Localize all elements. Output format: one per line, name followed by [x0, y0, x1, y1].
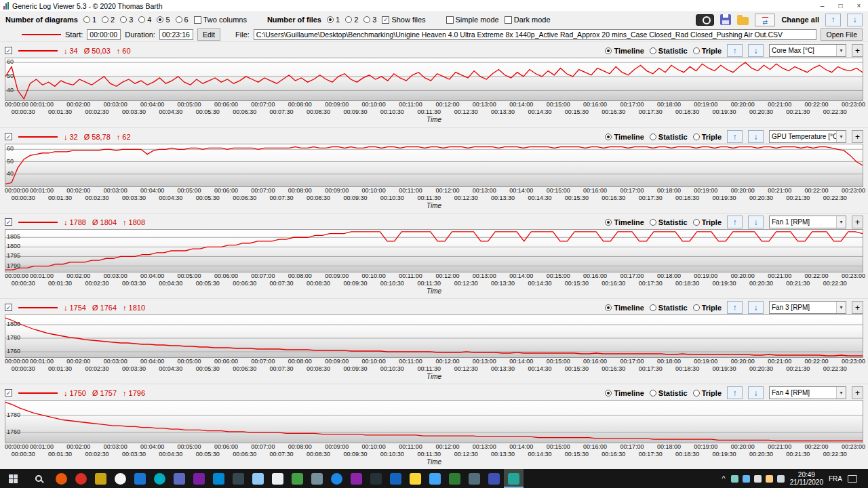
- triple-radio[interactable]: Triple: [693, 47, 722, 55]
- close-button[interactable]: ×: [850, 0, 868, 12]
- taskbar-app-icon[interactable]: [268, 469, 288, 488]
- file-path-input[interactable]: [254, 29, 817, 40]
- tray-icon[interactable]: [754, 475, 762, 483]
- taskbar-app-icon[interactable]: [465, 469, 484, 488]
- statistic-radio[interactable]: Statistic: [650, 304, 688, 312]
- taskbar-app-icon[interactable]: [130, 469, 150, 488]
- tray-icon[interactable]: [777, 475, 785, 483]
- move-up-button[interactable]: ↑: [727, 216, 743, 228]
- timeline-radio[interactable]: Timeline: [605, 47, 644, 55]
- diagram-visible-checkbox[interactable]: ✓: [5, 47, 12, 54]
- chart-plot[interactable]: 405060: [5, 58, 863, 101]
- taskbar-app-icon[interactable]: [504, 469, 524, 488]
- statistic-radio[interactable]: Statistic: [650, 218, 688, 226]
- chart-plot[interactable]: 1790179518001805: [5, 229, 863, 272]
- taskbar-app-icon[interactable]: [248, 469, 268, 488]
- duration-input[interactable]: [159, 29, 193, 40]
- taskbar-app-icon[interactable]: [91, 469, 111, 488]
- measurement-dropdown[interactable]: Fan 3 [RPM] ▾: [769, 301, 846, 314]
- change-all-down-button[interactable]: ↓: [847, 14, 863, 26]
- taskbar-app-icon[interactable]: [406, 469, 425, 488]
- taskbar-app-icon[interactable]: [347, 469, 366, 488]
- two-columns-checkbox[interactable]: ✓ Two columns: [194, 16, 247, 24]
- diagram-count-option-1[interactable]: 1: [83, 16, 96, 24]
- diagram-visible-checkbox[interactable]: ✓: [5, 218, 12, 226]
- tray-icon[interactable]: [731, 475, 738, 483]
- taskbar-search-button[interactable]: [26, 469, 52, 488]
- file-count-option-3[interactable]: 3: [363, 16, 376, 24]
- move-down-button[interactable]: ↓: [748, 216, 764, 228]
- minimize-button[interactable]: –: [813, 0, 831, 12]
- taskbar-app-icon[interactable]: [445, 469, 465, 488]
- move-down-button[interactable]: ↓: [748, 386, 764, 399]
- file-count-option-1[interactable]: 1: [327, 16, 340, 24]
- triple-radio[interactable]: Triple: [693, 218, 722, 226]
- taskbar-app-icon[interactable]: [170, 469, 189, 488]
- diagram-count-option-3[interactable]: 3: [120, 16, 133, 24]
- measurement-dropdown[interactable]: Fan 1 [RPM] ▾: [769, 216, 846, 228]
- chart-plot[interactable]: 176017801800: [5, 314, 863, 358]
- diagram-count-option-2[interactable]: 2: [102, 16, 115, 24]
- add-measurement-button[interactable]: +: [852, 301, 863, 314]
- save-data-icon[interactable]: [737, 17, 749, 25]
- diagram-visible-checkbox[interactable]: ✓: [5, 304, 12, 311]
- taskbar-app-icon[interactable]: [288, 469, 307, 488]
- move-up-button[interactable]: ↑: [727, 44, 743, 57]
- move-up-button[interactable]: ↑: [727, 130, 743, 143]
- start-button[interactable]: [0, 469, 26, 488]
- screenshot-camera-button[interactable]: [696, 14, 714, 26]
- change-all-up-button[interactable]: ↑: [825, 14, 841, 26]
- show-files-checkbox[interactable]: ✓ Show files: [382, 16, 425, 24]
- taskbar-app-icon[interactable]: [307, 469, 327, 488]
- triple-radio[interactable]: Triple: [693, 389, 722, 397]
- chart-plot[interactable]: 405060: [5, 144, 863, 187]
- triple-radio[interactable]: Triple: [693, 304, 722, 312]
- file-count-option-2[interactable]: 2: [345, 16, 358, 24]
- taskbar-app-icon[interactable]: [189, 469, 209, 488]
- measurement-dropdown[interactable]: Fan 4 [RPM] ▾: [769, 386, 846, 399]
- language-indicator[interactable]: FRA: [829, 475, 842, 483]
- taskbar-app-icon[interactable]: [209, 469, 229, 488]
- taskbar-app-icon[interactable]: [366, 469, 386, 488]
- simple-mode-checkbox[interactable]: ✓ Simple mode: [446, 16, 499, 24]
- taskbar-app-icon[interactable]: [327, 469, 347, 488]
- add-measurement-button[interactable]: +: [852, 216, 863, 228]
- diagram-count-option-6[interactable]: 6: [176, 16, 189, 24]
- taskbar-app-icon[interactable]: [229, 469, 248, 488]
- move-up-button[interactable]: ↑: [727, 301, 743, 314]
- maximize-button[interactable]: □: [831, 0, 850, 12]
- statistic-radio[interactable]: Statistic: [650, 389, 688, 397]
- measurement-dropdown[interactable]: Core Max [°C] ▾: [769, 44, 846, 57]
- move-down-button[interactable]: ↓: [748, 301, 764, 314]
- swap-series-button[interactable]: — ⇄: [755, 14, 775, 26]
- statistic-radio[interactable]: Statistic: [650, 133, 688, 141]
- dark-mode-checkbox[interactable]: ✓ Dark mode: [505, 16, 551, 24]
- taskbar-app-icon[interactable]: [71, 469, 91, 488]
- timeline-radio[interactable]: Timeline: [605, 304, 644, 312]
- notification-center-icon[interactable]: [848, 475, 857, 483]
- statistic-radio[interactable]: Statistic: [650, 47, 688, 55]
- edit-button[interactable]: Edit: [197, 28, 220, 41]
- add-measurement-button[interactable]: +: [852, 386, 863, 399]
- add-measurement-button[interactable]: +: [852, 44, 863, 57]
- move-down-button[interactable]: ↓: [748, 44, 764, 57]
- tray-chevron-up-icon[interactable]: ^: [722, 474, 726, 483]
- taskbar-app-icon[interactable]: [52, 469, 71, 488]
- start-input[interactable]: [87, 29, 121, 40]
- taskbar-app-icon[interactable]: [386, 469, 406, 488]
- timeline-radio[interactable]: Timeline: [605, 218, 644, 226]
- taskbar-app-icon[interactable]: [425, 469, 445, 488]
- taskbar-app-icon[interactable]: [111, 469, 130, 488]
- timeline-radio[interactable]: Timeline: [605, 133, 644, 141]
- tray-icon[interactable]: [743, 475, 750, 483]
- save-image-icon[interactable]: [720, 14, 731, 25]
- open-file-button[interactable]: Open File: [821, 28, 863, 41]
- taskbar-app-icon[interactable]: [484, 469, 504, 488]
- diagram-count-option-5[interactable]: 5: [157, 16, 170, 24]
- move-down-button[interactable]: ↓: [748, 130, 764, 143]
- diagram-count-option-4[interactable]: 4: [138, 16, 151, 24]
- diagram-visible-checkbox[interactable]: ✓: [5, 133, 12, 140]
- add-measurement-button[interactable]: +: [852, 130, 863, 143]
- measurement-dropdown[interactable]: GPU Temperature [°C] ▾: [769, 130, 846, 143]
- tray-icon[interactable]: [766, 475, 773, 483]
